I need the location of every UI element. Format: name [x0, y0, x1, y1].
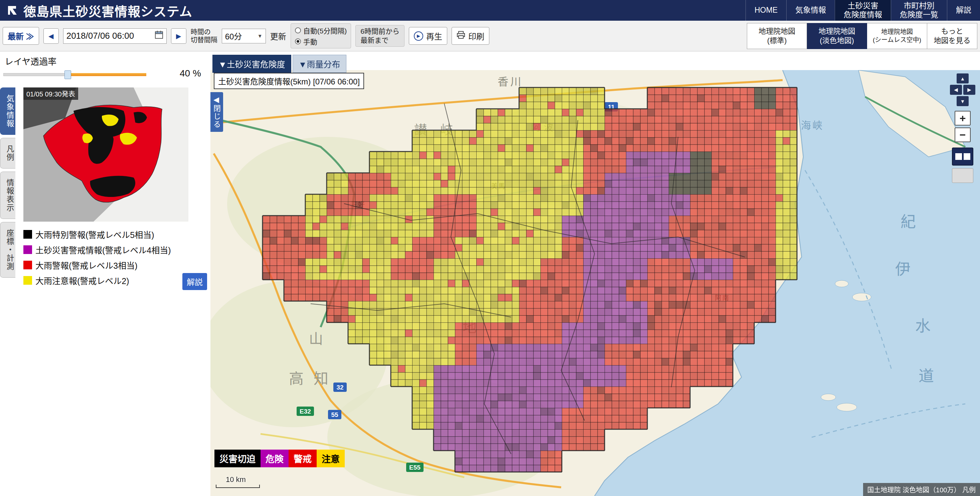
- pan-up-button[interactable]: ▲: [957, 73, 969, 84]
- opacity-label: レイヤ透過率: [5, 55, 56, 67]
- minimap-caption: 01/05 09:30発表: [23, 87, 78, 100]
- risk-grid-overlay: [210, 70, 980, 496]
- risk-chip-0: 災害切迫: [215, 450, 261, 467]
- layer-square-icon: [964, 153, 970, 160]
- header: 徳島県土砂災害情報システム HOME気象情報土砂災害 危険度情報市町村別 危険度…: [0, 0, 980, 21]
- radio-manual-label: 手動: [303, 36, 317, 46]
- prev-time-button[interactable]: ◀: [43, 29, 59, 44]
- play-icon: ▶: [414, 32, 423, 41]
- slider-fill: [68, 73, 146, 76]
- nav-item-guide[interactable]: 解説: [947, 0, 980, 21]
- scale-bar: 10 km: [216, 475, 260, 488]
- pan-down-button[interactable]: ▼: [957, 96, 969, 106]
- legend-row-3: 大雨注意報(警戒レベル2): [23, 274, 171, 287]
- calendar-icon[interactable]: [155, 30, 163, 41]
- map-style-button[interactable]: [952, 168, 973, 183]
- nav-item-sediment[interactable]: 土砂災害 危険度情報: [835, 0, 891, 21]
- print-button[interactable]: 印刷: [452, 27, 489, 45]
- header-nav: HOME気象情報土砂災害 危険度情報市町村別 危険度一覧解説: [746, 0, 980, 21]
- layer-square-icon: [955, 153, 962, 160]
- map-info-box: 土砂災害危険度情報(5km) [07/06 06:00]: [214, 73, 364, 89]
- risk-chip-3: 注意: [317, 450, 345, 467]
- legend-label: 大雨特別警報(警戒レベル5相当): [35, 228, 154, 240]
- risk-level-legend: 災害切迫危険警戒注意: [215, 450, 345, 467]
- opacity-value: 40 %: [180, 68, 201, 79]
- legend-row-2: 大雨警報(警戒レベル3相当): [23, 258, 171, 271]
- app-title: 徳島県土砂災害情報システム: [23, 2, 192, 20]
- panel-close-button[interactable]: ◀閉じる: [210, 92, 223, 132]
- sidebar-tab-weather[interactable]: 気象情報: [0, 87, 15, 135]
- radio-auto-label: 自動(5分間隔): [303, 25, 347, 35]
- sidebar-tab-coord[interactable]: 座標・計測: [0, 222, 15, 278]
- weather-warning-minimap[interactable]: 01/05 09:30発表: [23, 87, 188, 222]
- legend-label: 大雨注意報(警戒レベル2): [35, 274, 129, 286]
- play-label: 再生: [426, 30, 442, 42]
- map-controls: ▲ ◀ ▶ ▼ + −: [950, 73, 975, 183]
- radio-manual[interactable]: 手動: [295, 36, 347, 46]
- legend-swatch: [23, 230, 32, 239]
- risk-chip-2: 警戒: [289, 450, 317, 467]
- app-root: 徳島県土砂災害情報システム HOME気象情報土砂災害 危険度情報市町村別 危険度…: [0, 0, 980, 496]
- map-tab-risk[interactable]: ▼土砂災害危険度: [212, 55, 291, 73]
- interval-label: 時間の 切替間隔: [191, 28, 218, 44]
- latest-button[interactable]: 最新 ≫: [3, 27, 39, 45]
- basemap-button-seamless[interactable]: 地理院地図 (シームレス空中): [867, 23, 927, 49]
- next-time-button[interactable]: ▶: [171, 29, 186, 44]
- minimap-image: [23, 87, 188, 222]
- explain-button[interactable]: 解説: [182, 273, 207, 290]
- legend-row-1: 土砂災害警戒情報(警戒レベル4相当): [23, 243, 171, 256]
- map-view[interactable]: 香川讃岐阿波海峡紀伊水道高知山地三好美馬阿南 113255E32E55 土砂災害…: [210, 70, 980, 496]
- basemap-button-more[interactable]: もっと 地図を見る: [927, 23, 977, 49]
- layer-compare-button[interactable]: [952, 147, 973, 166]
- radio-auto-circle-icon: [295, 27, 301, 33]
- map-region: ▼土砂災害危険度▼雨量分布: [210, 51, 980, 496]
- zoom-in-button[interactable]: +: [955, 111, 970, 125]
- scale-label: 10 km: [226, 475, 260, 484]
- scale-line: [216, 485, 260, 488]
- sidebar: レイヤ透過率 40 % 気象情報凡例情報表示座標・計測: [0, 51, 210, 496]
- warning-legend: 大雨特別警報(警戒レベル5相当)土砂災害警戒情報(警戒レベル4相当)大雨警報(警…: [23, 228, 171, 287]
- pan-right-button[interactable]: ▶: [963, 85, 975, 95]
- map-tab-rain[interactable]: ▼雨量分布: [293, 55, 346, 73]
- play-button[interactable]: ▶ 再生: [409, 27, 447, 45]
- legend-swatch: [23, 245, 32, 254]
- time-range-label: 6時間前から 最新まで: [355, 25, 404, 47]
- nav-item-home[interactable]: HOME: [746, 0, 786, 21]
- print-label: 印刷: [468, 30, 484, 42]
- pan-left-button[interactable]: ◀: [950, 85, 962, 95]
- legend-swatch: [23, 261, 32, 269]
- basemap-button-std[interactable]: 地理院地図 (標準): [747, 23, 807, 49]
- toolbar: 最新 ≫ ◀ 2018/07/06 06:00 ▶ 時間の 切替間隔 60分 ▼…: [0, 21, 980, 51]
- printer-icon: [457, 31, 465, 41]
- basemap-button-pale[interactable]: 地理院地図 (淡色地図): [807, 23, 867, 49]
- nav-item-municipal[interactable]: 市町村別 危険度一覧: [891, 0, 947, 21]
- map-layer-tabs: ▼土砂災害危険度▼雨量分布: [212, 55, 346, 73]
- app-logo-icon: [6, 4, 19, 17]
- zoom-out-button[interactable]: −: [955, 127, 970, 142]
- sidebar-tabs: 気象情報凡例情報表示座標・計測: [0, 87, 15, 278]
- chevron-down-icon: ▼: [258, 33, 262, 39]
- slider-handle[interactable]: [64, 70, 71, 79]
- datetime-input[interactable]: 2018/07/06 06:00: [63, 29, 167, 44]
- risk-chip-1: 危険: [261, 450, 289, 467]
- interval-value: 60分: [225, 30, 242, 42]
- legend-row-0: 大雨特別警報(警戒レベル5相当): [23, 228, 171, 241]
- datetime-value: 2018/07/06 06:00: [67, 31, 134, 41]
- sidebar-tab-infodisp[interactable]: 情報表示: [0, 171, 15, 219]
- interval-select[interactable]: 60分 ▼: [222, 29, 266, 43]
- radio-manual-circle-icon: [295, 38, 301, 44]
- radio-auto[interactable]: 自動(5分間隔): [295, 25, 347, 35]
- nav-item-weather[interactable]: 気象情報: [786, 0, 835, 21]
- legend-label: 土砂災害警戒情報(警戒レベル4相当): [35, 244, 171, 256]
- legend-label: 大雨警報(警戒レベル3相当): [35, 259, 138, 271]
- map-attribution: 国土地理院 淡色地図（100万） 凡例: [863, 483, 980, 496]
- update-mode-group: 自動(5分間隔) 手動: [291, 23, 352, 48]
- basemap-switcher: 地理院地図 (標準)地理院地図 (淡色地図)地理院地図 (シームレス空中)もっと…: [747, 23, 977, 49]
- opacity-slider[interactable]: [3, 70, 146, 79]
- legend-swatch: [23, 276, 32, 285]
- update-label: 更新: [270, 30, 286, 42]
- sidebar-tab-legend[interactable]: 凡例: [0, 138, 15, 168]
